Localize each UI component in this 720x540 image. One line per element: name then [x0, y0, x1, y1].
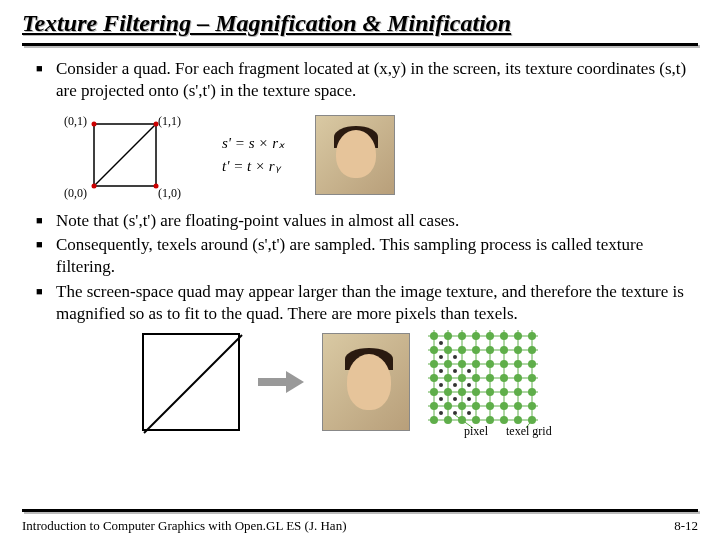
coord-label: (0,0) — [64, 186, 87, 201]
coord-label: (1,1) — [158, 114, 181, 129]
svg-point-47 — [444, 374, 452, 382]
texel-grid-label: texel grid — [506, 424, 552, 439]
formula-line: t' = t × rᵧ — [222, 155, 285, 178]
svg-point-70 — [430, 416, 438, 424]
texture-coord-quad: (0,1) (1,1) (0,0) (1,0) — [62, 110, 192, 200]
svg-point-68 — [514, 402, 522, 410]
svg-point-76 — [514, 416, 522, 424]
svg-point-53 — [528, 374, 536, 382]
figure-row-2: pixel texel grid — [142, 330, 698, 434]
svg-point-86 — [467, 383, 471, 387]
svg-point-32 — [458, 346, 466, 354]
svg-point-57 — [472, 388, 480, 396]
svg-point-51 — [500, 374, 508, 382]
svg-line-6 — [144, 335, 242, 433]
svg-point-58 — [486, 388, 494, 396]
svg-point-28 — [514, 332, 522, 340]
quad-diag-svg — [142, 333, 244, 435]
svg-point-65 — [472, 402, 480, 410]
svg-point-34 — [486, 346, 494, 354]
svg-point-73 — [472, 416, 480, 424]
svg-point-80 — [467, 411, 471, 415]
svg-point-36 — [514, 346, 522, 354]
svg-point-25 — [472, 332, 480, 340]
svg-point-91 — [453, 355, 457, 359]
svg-point-35 — [500, 346, 508, 354]
svg-point-61 — [528, 388, 536, 396]
bullet-item: Consequently, texels around (s',t') are … — [36, 234, 698, 278]
svg-point-22 — [430, 332, 438, 340]
figure-row-1: (0,1) (1,1) (0,0) (1,0) s' = s × rₓ t' =… — [62, 110, 698, 200]
svg-point-4 — [92, 183, 97, 188]
svg-point-69 — [528, 402, 536, 410]
svg-line-1 — [94, 124, 156, 186]
svg-point-39 — [444, 360, 452, 368]
bullet-item: Note that (s',t') are floating-point val… — [36, 210, 698, 232]
svg-point-31 — [444, 346, 452, 354]
svg-point-78 — [439, 411, 443, 415]
bullet-list-top: Consider a quad. For each fragment locat… — [22, 58, 698, 102]
footer-rule — [22, 509, 698, 512]
svg-point-44 — [514, 360, 522, 368]
svg-point-43 — [500, 360, 508, 368]
svg-point-50 — [486, 374, 494, 382]
arrow-icon — [258, 373, 304, 391]
svg-point-63 — [444, 402, 452, 410]
svg-point-64 — [458, 402, 466, 410]
page-number: 8-12 — [674, 518, 698, 534]
svg-point-54 — [430, 388, 438, 396]
svg-point-33 — [472, 346, 480, 354]
svg-point-71 — [444, 416, 452, 424]
svg-point-52 — [514, 374, 522, 382]
formula-block: s' = s × rₓ t' = t × rᵧ — [222, 132, 285, 177]
svg-point-24 — [458, 332, 466, 340]
svg-point-45 — [528, 360, 536, 368]
svg-point-75 — [500, 416, 508, 424]
svg-point-83 — [467, 397, 471, 401]
bullet-item: Consider a quad. For each fragment locat… — [36, 58, 698, 102]
svg-point-23 — [444, 332, 452, 340]
svg-point-81 — [439, 397, 443, 401]
svg-point-27 — [500, 332, 508, 340]
svg-point-59 — [500, 388, 508, 396]
formula-line: s' = s × rₓ — [222, 132, 285, 155]
svg-point-66 — [486, 402, 494, 410]
svg-point-40 — [458, 360, 466, 368]
svg-point-85 — [453, 383, 457, 387]
svg-point-88 — [453, 369, 457, 373]
page-title: Texture Filtering – Magnification & Mini… — [22, 10, 698, 37]
svg-point-38 — [430, 360, 438, 368]
svg-point-55 — [444, 388, 452, 396]
svg-point-30 — [430, 346, 438, 354]
pixel-label: pixel — [464, 424, 488, 439]
svg-point-46 — [430, 374, 438, 382]
svg-point-84 — [439, 383, 443, 387]
coord-label: (1,0) — [158, 186, 181, 201]
footer-text: Introduction to Computer Graphics with O… — [22, 518, 346, 534]
svg-point-82 — [453, 397, 457, 401]
svg-point-48 — [458, 374, 466, 382]
svg-point-62 — [430, 402, 438, 410]
svg-point-49 — [472, 374, 480, 382]
svg-point-67 — [500, 402, 508, 410]
title-rule — [22, 43, 698, 46]
svg-point-74 — [486, 416, 494, 424]
svg-point-89 — [467, 369, 471, 373]
svg-point-26 — [486, 332, 494, 340]
svg-point-41 — [472, 360, 480, 368]
magnified-texture-image — [322, 333, 410, 431]
screen-quad — [142, 333, 240, 431]
bullet-item: The screen-space quad may appear larger … — [36, 281, 698, 325]
coord-label: (0,1) — [64, 114, 87, 129]
svg-point-42 — [486, 360, 494, 368]
svg-point-90 — [439, 355, 443, 359]
footer: Introduction to Computer Graphics with O… — [22, 518, 698, 534]
svg-point-79 — [453, 411, 457, 415]
texture-image-sample — [315, 115, 395, 195]
texel-grid-figure: pixel texel grid — [428, 330, 548, 434]
svg-point-2 — [92, 121, 97, 126]
svg-point-56 — [458, 388, 466, 396]
bullet-list-bottom: Note that (s',t') are floating-point val… — [22, 210, 698, 325]
svg-point-60 — [514, 388, 522, 396]
svg-point-92 — [439, 341, 443, 345]
